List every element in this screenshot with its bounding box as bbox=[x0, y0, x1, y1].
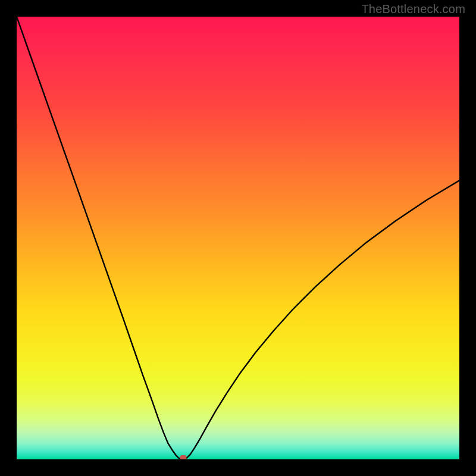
minimum-marker bbox=[180, 455, 187, 459]
curve-svg bbox=[17, 17, 459, 459]
watermark-text: TheBottleneck.com bbox=[361, 2, 465, 16]
plot-area bbox=[17, 17, 459, 459]
bottleneck-curve bbox=[17, 17, 459, 459]
